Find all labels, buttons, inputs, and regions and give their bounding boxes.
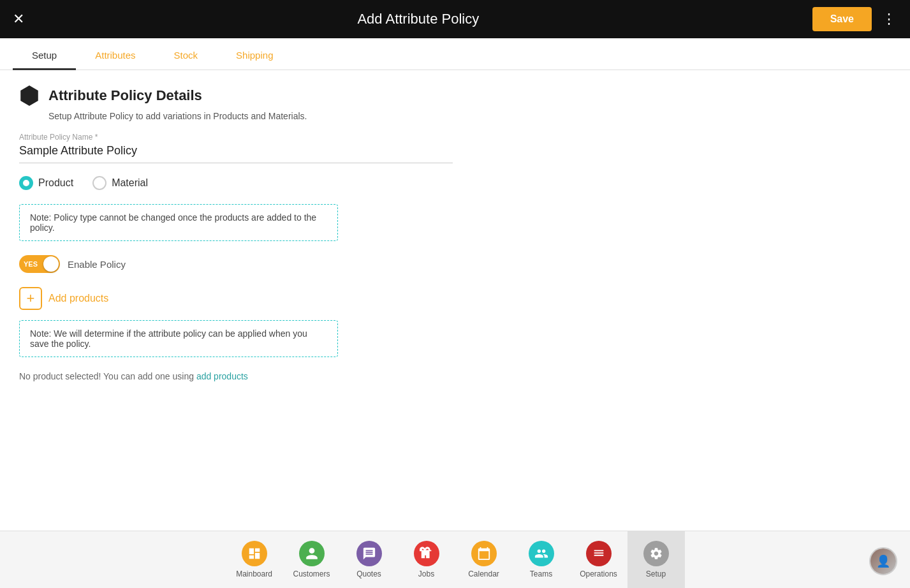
toggle-label-text: Enable Policy bbox=[68, 259, 126, 270]
page-title: Add Attribute Policy bbox=[24, 11, 812, 27]
avatar-image: 👤 bbox=[870, 548, 896, 574]
add-products-link[interactable]: add products bbox=[196, 371, 248, 381]
section-title: Attribute Policy Details bbox=[48, 87, 202, 104]
main-content: Attribute Policy Details Setup Attribute… bbox=[0, 70, 910, 531]
radio-product[interactable]: Product bbox=[19, 176, 73, 190]
add-products-label: Add products bbox=[48, 293, 108, 304]
quotes-icon bbox=[356, 541, 382, 566]
radio-material-label: Material bbox=[112, 177, 148, 189]
tab-stock[interactable]: Stock bbox=[155, 42, 217, 70]
nav-quotes[interactable]: Quotes bbox=[341, 531, 398, 589]
radio-product-circle[interactable] bbox=[19, 176, 33, 190]
nav-setup[interactable]: Setup bbox=[627, 531, 685, 589]
teams-icon bbox=[529, 541, 554, 566]
mainboard-icon bbox=[242, 541, 267, 566]
nav-customers[interactable]: Customers bbox=[283, 531, 341, 589]
enable-policy-toggle[interactable]: YES bbox=[19, 255, 60, 273]
nav-calendar-label: Calendar bbox=[468, 570, 499, 578]
section-header: Attribute Policy Details bbox=[19, 85, 891, 106]
calendar-icon bbox=[471, 541, 497, 566]
header-actions: Save ⋮ bbox=[812, 7, 897, 31]
add-products-row[interactable]: + Add products bbox=[19, 287, 891, 310]
nav-operations-label: Operations bbox=[580, 570, 617, 578]
toggle-knob bbox=[43, 256, 59, 272]
hex-icon bbox=[19, 85, 40, 106]
field-label: Attribute Policy Name * bbox=[19, 133, 891, 142]
nav-mainboard-label: Mainboard bbox=[236, 570, 272, 578]
nav-teams-label: Teams bbox=[530, 570, 552, 578]
close-icon[interactable]: ✕ bbox=[13, 11, 24, 27]
attribute-policy-name-field[interactable]: Sample Attribute Policy bbox=[19, 144, 453, 163]
nav-jobs[interactable]: Jobs bbox=[398, 531, 455, 589]
add-products-button[interactable]: + bbox=[19, 287, 42, 310]
save-button[interactable]: Save bbox=[812, 7, 872, 31]
setup-icon bbox=[643, 541, 669, 566]
nav-customers-label: Customers bbox=[293, 570, 330, 578]
section-subtitle: Setup Attribute Policy to add variations… bbox=[48, 111, 891, 121]
jobs-icon bbox=[414, 541, 439, 566]
radio-product-label: Product bbox=[38, 177, 73, 189]
radio-material-circle[interactable] bbox=[92, 176, 106, 190]
top-header: ✕ Add Attribute Policy Save ⋮ bbox=[0, 0, 910, 38]
nav-calendar[interactable]: Calendar bbox=[455, 531, 513, 589]
tabs-bar: Setup Attributes Stock Shipping bbox=[0, 38, 910, 70]
nav-quotes-label: Quotes bbox=[356, 570, 381, 578]
toggle-row: YES Enable Policy bbox=[19, 255, 891, 273]
toggle-yes-label: YES bbox=[24, 260, 38, 268]
tab-attributes[interactable]: Attributes bbox=[76, 42, 154, 70]
tab-shipping[interactable]: Shipping bbox=[217, 42, 292, 70]
note-policy-type: Note: Policy type cannot be changed once… bbox=[19, 204, 338, 241]
bottom-nav: Mainboard Customers Quotes Jobs Calendar… bbox=[0, 531, 910, 588]
nav-jobs-label: Jobs bbox=[418, 570, 434, 578]
operations-icon bbox=[586, 541, 612, 566]
radio-material[interactable]: Material bbox=[92, 176, 148, 190]
nav-setup-label: Setup bbox=[646, 570, 666, 578]
nav-operations[interactable]: Operations bbox=[570, 531, 627, 589]
no-product-text: No product selected! You can add one usi… bbox=[19, 371, 891, 381]
note-save: Note: We will determine if the attribute… bbox=[19, 320, 338, 357]
radio-group: Product Material bbox=[19, 176, 891, 190]
customers-icon bbox=[299, 541, 325, 566]
avatar[interactable]: 👤 bbox=[869, 547, 897, 575]
nav-teams[interactable]: Teams bbox=[513, 531, 570, 589]
nav-mainboard[interactable]: Mainboard bbox=[226, 531, 283, 589]
tab-setup[interactable]: Setup bbox=[13, 42, 76, 70]
more-menu-icon[interactable]: ⋮ bbox=[882, 11, 897, 27]
